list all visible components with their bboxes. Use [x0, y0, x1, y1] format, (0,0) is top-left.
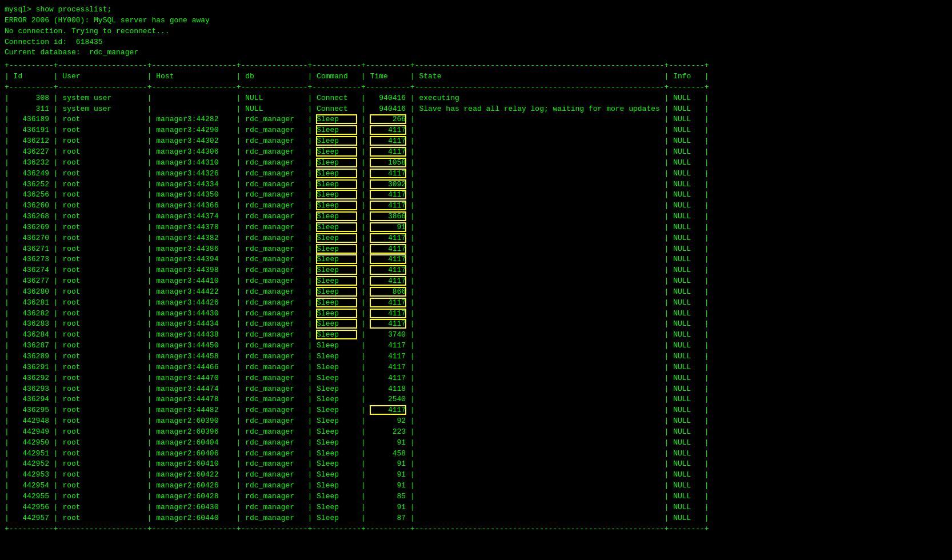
table-row: | 436281 | root | manager3:44426 | rdc_m… [5, 298, 947, 309]
table-row: | 436295 | root | manager3:44482 | rdc_m… [5, 405, 947, 416]
table-header-line: | Id | User | Host | db | Command | Time… [5, 71, 947, 82]
table-row: | 436277 | root | manager3:44410 | rdc_m… [5, 276, 947, 287]
table-row: | 436227 | root | manager3:44306 | rdc_m… [5, 147, 947, 158]
table-row: | 442957 | root | manager2:60440 | rdc_m… [5, 513, 947, 524]
table-row: | 436256 | root | manager3:44350 | rdc_m… [5, 190, 947, 201]
processlist-table-wrapper: +----------+--------------------+-------… [5, 61, 947, 534]
table-row: | 436191 | root | manager3:44290 | rdc_m… [5, 125, 947, 136]
table-row: | 436260 | root | manager3:44366 | rdc_m… [5, 201, 947, 211]
table-separator: +----------+--------------------+-------… [5, 61, 947, 71]
table-row: | 436274 | root | manager3:44398 | rdc_m… [5, 265, 947, 276]
table-row: | 436269 | root | manager3:44378 | rdc_m… [5, 222, 947, 233]
table-row: | 442952 | root | manager2:60410 | rdc_m… [5, 459, 947, 470]
table-row: | 436271 | root | manager3:44386 | rdc_m… [5, 244, 947, 255]
current-db-line: Current database: rdc_manager [5, 47, 947, 58]
table-row: | 436283 | root | manager3:44434 | rdc_m… [5, 319, 947, 330]
table-row: | 436291 | root | manager3:44466 | rdc_m… [5, 362, 947, 373]
table-row: | 436212 | root | manager3:44302 | rdc_m… [5, 136, 947, 147]
table-row: | 436289 | root | manager3:44458 | rdc_m… [5, 351, 947, 362]
table-row: | 442948 | root | manager2:60390 | rdc_m… [5, 416, 947, 427]
reconnect-line: No connection. Trying to reconnect... [5, 26, 947, 37]
terminal-container: mysql> show processlist; ERROR 2006 (HY0… [5, 5, 947, 58]
table-row: | 442950 | root | manager2:60404 | rdc_m… [5, 438, 947, 449]
table-row: | 442954 | root | manager2:60426 | rdc_m… [5, 481, 947, 491]
connection-id-line: Connection id: 618435 [5, 37, 947, 48]
table-row: | 442953 | root | manager2:60422 | rdc_m… [5, 470, 947, 481]
table-row: | 442955 | root | manager2:60428 | rdc_m… [5, 491, 947, 502]
table-separator: +----------+--------------------+-------… [5, 82, 947, 93]
prompt-line: mysql> show processlist; [5, 5, 947, 15]
table-row: | 436287 | root | manager3:44450 | rdc_m… [5, 341, 947, 351]
table-row: | 436280 | root | manager3:44422 | rdc_m… [5, 287, 947, 298]
processlist-output: +----------+--------------------+-------… [5, 61, 947, 534]
error-line: ERROR 2006 (HY000): MySQL server has gon… [5, 15, 947, 26]
table-row: | 436284 | root | manager3:44438 | rdc_m… [5, 330, 947, 341]
table-row: | 442949 | root | manager2:60396 | rdc_m… [5, 427, 947, 438]
table-row: | 436273 | root | manager3:44394 | rdc_m… [5, 254, 947, 265]
table-row: | 436282 | root | manager3:44430 | rdc_m… [5, 309, 947, 319]
table-row: | 436268 | root | manager3:44374 | rdc_m… [5, 211, 947, 222]
table-row: | 442956 | root | manager2:60430 | rdc_m… [5, 502, 947, 513]
table-row: | 436252 | root | manager3:44334 | rdc_m… [5, 179, 947, 190]
table-row: | 436270 | root | manager3:44382 | rdc_m… [5, 233, 947, 244]
table-row: | 308 | system user | | NULL | Connect |… [5, 93, 947, 104]
table-row: | 436292 | root | manager3:44470 | rdc_m… [5, 373, 947, 384]
table-row: | 436249 | root | manager3:44326 | rdc_m… [5, 169, 947, 179]
table-row: | 436189 | root | manager3:44282 | rdc_m… [5, 114, 947, 125]
table-row: | 442951 | root | manager2:60406 | rdc_m… [5, 449, 947, 459]
table-separator: +----------+--------------------+-------… [5, 524, 947, 535]
table-row: | 436294 | root | manager3:44478 | rdc_m… [5, 394, 947, 405]
table-row: | 311 | system user | | NULL | Connect |… [5, 104, 947, 115]
table-row: | 436232 | root | manager3:44310 | rdc_m… [5, 158, 947, 169]
table-row: | 436293 | root | manager3:44474 | rdc_m… [5, 384, 947, 395]
